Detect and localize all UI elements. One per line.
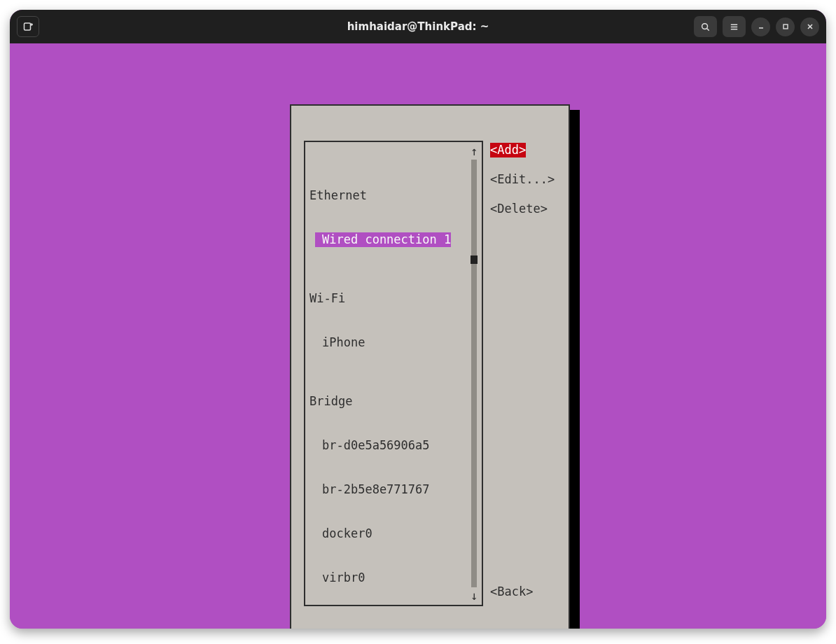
back-button[interactable]: <Back> bbox=[490, 584, 533, 599]
scroll-down-arrow[interactable]: ↓ bbox=[471, 589, 478, 603]
action-buttons: <Add> <Edit...> <Delete> bbox=[490, 143, 555, 216]
list-item[interactable]: Wired connection 1 bbox=[315, 232, 451, 247]
svg-rect-0 bbox=[25, 23, 31, 30]
scrollbar-thumb[interactable] bbox=[471, 255, 478, 264]
new-tab-button[interactable] bbox=[17, 16, 39, 37]
scroll-up-arrow[interactable]: ↑ bbox=[471, 144, 478, 158]
close-button[interactable] bbox=[800, 18, 819, 36]
list-group-header: Ethernet bbox=[309, 188, 465, 203]
terminal-area[interactable]: Ethernet Wired connection 1 Wi-Fi iPhone… bbox=[10, 43, 826, 629]
close-icon bbox=[806, 22, 814, 31]
terminal-window: himhaidar@ThinkPad: ~ bbox=[10, 10, 826, 629]
scrollbar[interactable]: ↑ ↓ bbox=[468, 144, 480, 603]
svg-rect-9 bbox=[783, 24, 788, 29]
list-group-header: Bridge bbox=[309, 394, 465, 409]
list-item[interactable]: br-d0e5a56906a5 bbox=[309, 438, 465, 453]
minimize-icon bbox=[757, 22, 765, 31]
svg-line-4 bbox=[707, 28, 709, 30]
search-icon bbox=[700, 22, 711, 32]
edit-button[interactable]: <Edit...> bbox=[490, 172, 555, 187]
connection-list[interactable]: Ethernet Wired connection 1 Wi-Fi iPhone… bbox=[309, 144, 465, 603]
search-button[interactable] bbox=[694, 16, 717, 37]
maximize-button[interactable] bbox=[776, 18, 795, 36]
svg-point-3 bbox=[702, 23, 708, 29]
maximize-icon bbox=[781, 22, 790, 31]
scrollbar-track[interactable] bbox=[471, 160, 477, 587]
list-item[interactable]: br-2b5e8e771767 bbox=[309, 482, 465, 497]
connection-listbox[interactable]: Ethernet Wired connection 1 Wi-Fi iPhone… bbox=[304, 141, 483, 606]
add-button[interactable]: <Add> bbox=[490, 143, 526, 158]
list-group-header: Wi-Fi bbox=[309, 291, 465, 306]
nmtui-dialog: Ethernet Wired connection 1 Wi-Fi iPhone… bbox=[290, 104, 570, 629]
minimize-button[interactable] bbox=[751, 18, 770, 36]
new-tab-icon bbox=[22, 21, 34, 32]
list-item[interactable]: docker0 bbox=[309, 526, 465, 541]
window-controls bbox=[694, 16, 819, 37]
window-titlebar: himhaidar@ThinkPad: ~ bbox=[10, 10, 826, 43]
hamburger-icon bbox=[729, 22, 739, 32]
list-item[interactable]: virbr0 bbox=[309, 570, 465, 585]
delete-button[interactable]: <Delete> bbox=[490, 202, 555, 216]
list-item[interactable]: iPhone bbox=[309, 335, 465, 350]
menu-button[interactable] bbox=[723, 16, 746, 37]
